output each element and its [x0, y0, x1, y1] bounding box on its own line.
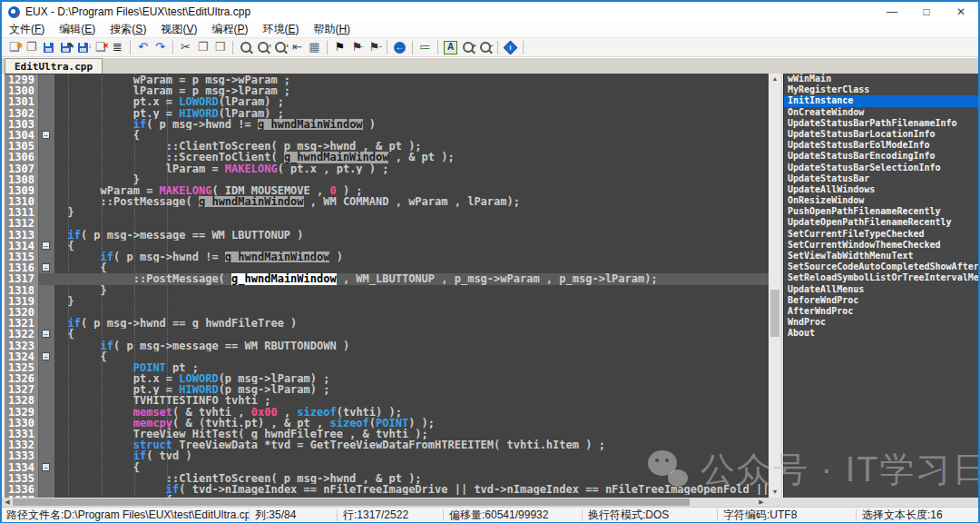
save-as-icon[interactable]: ✎ [57, 39, 74, 55]
code-line-1329[interactable]: 1329 memset( & tvhti , 0x00 , sizeof(tvh… [5, 407, 769, 418]
tab-editultra-cpp[interactable]: EditUltra.cpp [5, 58, 103, 74]
code-line-1311[interactable]: 1311 } [5, 207, 769, 218]
code-line-1302[interactable]: 1302 pt.y = HIWORD(lParam) ; [5, 108, 769, 119]
function-list-item[interactable]: OnCreateWindow [784, 107, 979, 118]
code-line-1332[interactable]: 1332 struct TreeViewData *tvd = GetTreeV… [5, 439, 769, 450]
editor-vertical-scrollbar[interactable]: ▲ ▼ [769, 74, 782, 498]
code-line-1307[interactable]: 1307 lParam = MAKELONG( pt.x , pt.y ) ; [5, 163, 769, 174]
horizontal-scroll-thumb[interactable] [13, 498, 690, 506]
fold-collapse-icon[interactable]: – [42, 330, 50, 338]
cut-icon[interactable]: ✂ [177, 39, 194, 55]
option-list-icon[interactable]: ≔ [416, 39, 434, 55]
function-list-item[interactable]: UpdateAllMenus [784, 284, 979, 295]
menu-p[interactable]: 编程(P) [211, 22, 248, 37]
function-list-item[interactable]: UpdateAllWindows [784, 184, 979, 195]
function-list-item[interactable]: AfterWndProc [784, 306, 979, 317]
code-lines[interactable]: 1299 wParam = p_msg->wParam ;1300 lParam… [5, 74, 769, 498]
function-list-item[interactable]: UpdateStatusBarEncodingInfo [784, 151, 979, 162]
paste-icon[interactable]: ❒ [211, 39, 229, 55]
replace-icon[interactable]: ⇤ [289, 39, 306, 55]
code-line-1301[interactable]: 1301 pt.x = LOWORD(lParam) ; [5, 96, 769, 107]
menu-s[interactable]: 搜索(S) [110, 22, 146, 37]
code-line-1334[interactable]: 1334– { [5, 462, 769, 473]
code-line-1308[interactable]: 1308 } [5, 174, 769, 185]
code-line-1305[interactable]: 1305 ::ClientToScreen( p_msg->hwnd , & p… [5, 141, 769, 152]
code-line-1312[interactable]: 1312 [5, 218, 769, 229]
code-line-1328[interactable]: 1328 TVHITTESTINFO tvhti ; [5, 395, 769, 406]
code-line-1320[interactable]: 1320 [5, 307, 769, 318]
save-all-icon[interactable]: ↓ [74, 39, 92, 55]
close-button[interactable]: ✕ [944, 2, 978, 22]
code-line-1325[interactable]: 1325 POINT pt ; [5, 362, 769, 373]
code-line-1330[interactable]: 1330 memcpy( & (tvhti.pt) , & pt , sizeo… [5, 418, 769, 429]
code-line-1331[interactable]: 1331 TreeView_HitTest( g_hwndFileTree , … [5, 429, 769, 439]
vertical-scroll-thumb[interactable] [770, 290, 779, 337]
minimize-button[interactable]: — [875, 2, 909, 22]
function-list-panel[interactable]: wWinMainMyRegisterClassInitInstanceOnCre… [783, 74, 979, 498]
code-line-1335[interactable]: 1335 ::ClientToScreen( p_msg->hwnd , & p… [5, 473, 769, 484]
code-line-1319[interactable]: 1319 } [5, 296, 769, 307]
code-line-1318[interactable]: 1318 } [5, 285, 769, 296]
function-list-item[interactable]: wWinMain [784, 74, 979, 84]
function-list-item[interactable]: OnResizeWindow [784, 195, 979, 206]
close-file-icon[interactable]: ❏✕ [92, 39, 109, 55]
function-list-item[interactable]: UpdateStatusBarPathFilenameInfo [784, 118, 979, 129]
code-line-1315[interactable]: 1315 if( p_msg->hwnd != g_hwndMainWindow… [5, 252, 769, 262]
menu-f[interactable]: 文件(F) [9, 22, 44, 37]
code-line-1337[interactable]: 1337 { [5, 495, 769, 498]
code-line-1321[interactable]: 1321 if( p_msg->hwnd == g_hwndFileTree ) [5, 318, 769, 329]
code-line-1317[interactable]: 1317 ::PostMessage( g_hwndMainWindow , W… [5, 273, 769, 284]
open-file-icon[interactable]: ❐ [23, 39, 40, 55]
code-line-1310[interactable]: 1310 ::PostMessage( g_hwndMainWindow , W… [5, 196, 769, 207]
code-line-1309[interactable]: 1309 wParam = MAKELONG( IDM_MOUSEMOVE , … [5, 185, 769, 196]
function-list-item[interactable]: SetReloadSymbolListOrTreeIntervalMe [784, 272, 979, 283]
save-icon[interactable] [40, 39, 57, 55]
line-list-icon[interactable]: ≣ [109, 39, 126, 55]
code-line-1299[interactable]: 1299 wParam = p_msg->wParam ; [5, 74, 769, 85]
code-line-1316[interactable]: 1316– { [5, 262, 769, 273]
undo-icon[interactable]: ↶ [134, 39, 152, 55]
menu-v[interactable]: 视图(V) [161, 22, 197, 37]
function-list-item[interactable]: BeforeWndProc [784, 295, 979, 306]
code-line-1303[interactable]: 1303 if( p_msg->hwnd != g_hwndMainWindow… [5, 119, 769, 130]
back-icon[interactable]: ← [391, 39, 408, 55]
scroll-right-icon[interactable]: ▶ [756, 498, 767, 507]
function-list-item[interactable]: UpdateStatusBarSelectionInfo [784, 163, 979, 173]
function-list-item[interactable]: SetCurrentWindowThemeChecked [784, 240, 979, 251]
maximize-button[interactable]: □ [909, 2, 944, 22]
scroll-up-icon[interactable]: ▲ [769, 74, 781, 84]
function-list-item[interactable]: WndProc [784, 317, 979, 328]
scroll-left-icon[interactable]: ◀ [2, 498, 13, 507]
function-list-item[interactable]: MyRegisterClass [784, 84, 979, 95]
code-line-1306[interactable]: 1306 ::ScreenToClient( g_hwndMainWindow … [5, 152, 769, 163]
code-line-1327[interactable]: 1327 pt.y = HIWORD(p_msg->lParam) ; [5, 384, 769, 395]
fold-collapse-icon[interactable]: – [42, 352, 50, 360]
function-list-item[interactable]: About [784, 328, 979, 339]
code-line-1326[interactable]: 1326 pt.x = LOWORD(p_msg->lParam) ; [5, 373, 769, 384]
highlight-icon[interactable]: A [442, 39, 459, 55]
code-line-1322[interactable]: 1322– { [5, 329, 769, 340]
function-list-item[interactable]: SetCurrentFileTypeChecked [784, 229, 979, 240]
code-line-1336[interactable]: 1336 if( tvd->nImageIndex == nFileTreeIm… [5, 484, 769, 495]
redo-icon[interactable]: ↷ [152, 39, 169, 55]
find-next-icon[interactable]: › [271, 39, 289, 55]
zoom-out-icon[interactable]: − [476, 39, 494, 55]
copy-icon[interactable]: ❐ [194, 39, 211, 55]
find-icon[interactable] [237, 39, 254, 55]
fold-collapse-icon[interactable]: – [42, 131, 50, 139]
function-list-item[interactable]: UpdateStatusBarLocationInfo [784, 129, 979, 140]
replace-all-icon[interactable]: ▦ [306, 39, 323, 55]
code-line-1333[interactable]: 1333 if( tvd ) [5, 450, 769, 461]
function-list-item[interactable]: SetSourceCodeAutoCompletedShowAfter [784, 262, 979, 272]
bookmark-icon[interactable]: ⚑ [331, 39, 348, 55]
code-line-1314[interactable]: 1314– { [5, 241, 769, 252]
function-list-item[interactable]: PushOpenPathFilenameRecently [784, 206, 979, 217]
function-list-item[interactable]: InitInstance [784, 95, 979, 106]
menu-h[interactable]: 帮助(H) [313, 22, 350, 37]
function-list-item[interactable]: SetViewTabWidthMenuText [784, 251, 979, 262]
code-line-1313[interactable]: 1313 if( p_msg->message == WM_LBUTTONUP … [5, 230, 769, 241]
code-line-1304[interactable]: 1304– { [5, 130, 769, 141]
code-line-1323[interactable]: 1323 if( p_msg->message == WM_RBUTTONDOW… [5, 340, 769, 351]
code-line-1300[interactable]: 1300 lParam = p_msg->lParam ; [5, 85, 769, 96]
zoom-in-icon[interactable]: + [459, 39, 476, 55]
